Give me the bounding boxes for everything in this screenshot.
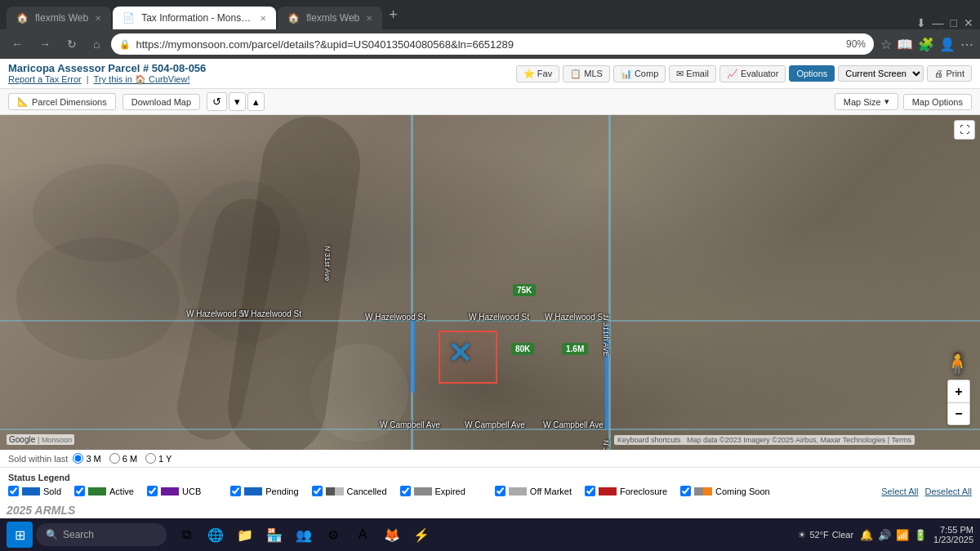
radio-6m[interactable]: 6 M (109, 453, 137, 464)
deselect-all-button[interactable]: Deselect All (925, 487, 972, 496)
select-all-button[interactable]: Select All (881, 487, 918, 496)
start-button[interactable]: ⊞ (7, 522, 33, 548)
close-window-icon[interactable]: ✕ (964, 16, 973, 29)
store-icon[interactable]: 🏪 (261, 522, 287, 548)
notification-icon[interactable]: 🔔 (860, 529, 873, 541)
map-options-button[interactable]: Map Options (903, 94, 972, 110)
print-button[interactable]: 🖨 Print (927, 65, 972, 82)
draw-down-button[interactable]: ▾ (229, 92, 246, 111)
fullscreen-button[interactable]: ⛶ (954, 120, 975, 140)
legend-check-expired[interactable] (400, 486, 411, 496)
forward-button[interactable]: → (34, 34, 56, 54)
zoom-in-button[interactable]: + (947, 380, 970, 402)
legend-item-foreclosure: Foreclosure (585, 486, 667, 496)
taskbar-clock[interactable]: 7:55 PM 1/23/2025 (933, 525, 973, 544)
price-tag-80k-top[interactable]: 80K (511, 343, 534, 355)
legend-label-comingsoon: Coming Soon (715, 487, 770, 496)
draw-up-button[interactable]: ▴ (247, 92, 265, 111)
tab-2[interactable]: 📄 Tax Information - Monsoon ✕ (113, 7, 276, 29)
legend-title: Status Legend (8, 473, 972, 482)
maximize-icon[interactable]: □ (951, 16, 957, 29)
legend-label-pending: Pending (265, 487, 298, 496)
date-display: 1/23/2025 (933, 535, 973, 544)
teams-icon[interactable]: 👥 (291, 522, 317, 548)
taskbar-sys-tray: 🔔 🔊 📶 🔋 (860, 529, 927, 541)
options-button[interactable]: Options (789, 65, 835, 82)
legend-check-foreclosure[interactable] (585, 486, 595, 496)
header-buttons: ⭐ Fav 📋 MLS 📊 Comp ✉ Email 📈 Evaluator O… (516, 65, 972, 82)
edge-icon[interactable]: 🌐 (203, 522, 229, 548)
tab-3[interactable]: 🏠 flexmls Web ✕ (278, 7, 382, 29)
map-container[interactable]: ✕ W Hazelwood St W Hazelwood St W Hazelw… (0, 115, 980, 450)
radio-1y[interactable]: 1 Y (145, 453, 172, 464)
mls-button[interactable]: 📋 MLS (563, 65, 610, 82)
street-label-campbell-3: W Campbell Ave (543, 420, 604, 429)
status-legend: Status Legend Sold Active UCB Pending (0, 467, 980, 501)
legend-check-ucb[interactable] (147, 486, 158, 496)
taskbar-weather: ☀ 52°F Clear (798, 530, 853, 540)
file-explorer-icon[interactable]: 📁 (232, 522, 258, 548)
minimize-icon[interactable]: — (933, 16, 944, 29)
price-tag-1-6m[interactable]: 1.6M (562, 343, 588, 355)
evaluator-button[interactable]: 📈 Evaluator (719, 65, 786, 82)
report-error-link[interactable]: Report a Tax Error (8, 74, 82, 84)
undo-draw-button[interactable]: ↺ (207, 92, 227, 111)
zoom-out-button[interactable]: − (947, 402, 970, 425)
address-bar[interactable]: 🔒 https://mymonsoon.com/parcel/details?&… (111, 33, 874, 55)
tab-1-close[interactable]: ✕ (95, 14, 101, 23)
screen-select[interactable]: Current Screen (838, 65, 924, 82)
fav-button[interactable]: ⭐ Fav (516, 65, 559, 82)
tab-2-close[interactable]: ✕ (260, 14, 266, 23)
radio-3m[interactable]: 3 M (73, 453, 100, 464)
profile-icon[interactable]: 👤 (939, 37, 956, 52)
tab-3-close[interactable]: ✕ (366, 14, 372, 23)
street-label-hazelwood-2: W Hazelwood St (241, 309, 301, 318)
battery-icon[interactable]: 🔋 (914, 529, 927, 541)
fav-icon[interactable]: ☆ (880, 37, 892, 52)
legend-item-ucb: UCB (147, 486, 201, 496)
tab-1[interactable]: 🏠 flexmls Web ✕ (7, 7, 111, 29)
email-button[interactable]: ✉ Email (669, 65, 716, 82)
volume-icon[interactable]: 🔊 (878, 529, 891, 541)
price-tag-75k[interactable]: 75K (513, 284, 536, 296)
legend-label-cancelled: Cancelled (347, 487, 387, 496)
firefox-icon[interactable]: 🦊 (379, 522, 405, 548)
evaluator-icon: 📈 (727, 69, 738, 78)
legend-check-active[interactable] (74, 486, 85, 496)
weather-temp: 52°F (809, 530, 828, 540)
parcel-dimensions-button[interactable]: 📐 Parcel Dimensions (8, 93, 116, 110)
legend-check-comingsoon[interactable] (680, 486, 691, 496)
home-button[interactable]: ⌂ (88, 34, 105, 54)
settings-icon[interactable]: ⚙ (320, 522, 346, 548)
extensions-icon[interactable]: 🧩 (918, 37, 934, 52)
street-view-person[interactable]: 🧍 (944, 351, 970, 376)
legend-check-sold[interactable] (8, 486, 19, 496)
curbview-link[interactable]: Try this in 🏠 CurbView! (94, 74, 190, 84)
collections-icon[interactable]: 📖 (897, 37, 913, 52)
road-blue-h (411, 319, 415, 393)
map-size-button[interactable]: Map Size ▾ (835, 93, 898, 110)
network-icon[interactable]: 📶 (896, 529, 909, 541)
new-tab-button[interactable]: + (384, 7, 403, 24)
n311-road (608, 115, 611, 450)
taskbar-search[interactable]: 🔍 Search (36, 523, 167, 546)
legend-check-cancelled[interactable] (312, 486, 323, 496)
fav-icon: ⭐ (523, 69, 535, 78)
comp-button[interactable]: 📊 Comp (613, 65, 666, 82)
legend-check-pending[interactable] (230, 486, 241, 496)
legend-check-offmarket[interactable] (495, 486, 506, 496)
amazon-icon[interactable]: A (350, 522, 376, 548)
map-data-text[interactable]: Keyboard shortcuts Map data ©2023 Imager… (614, 435, 915, 445)
legend-item-cancelled: Cancelled (312, 486, 387, 496)
back-button[interactable]: ← (7, 34, 28, 54)
options-group: Options Current Screen 🖨 Print (789, 65, 972, 82)
tab-list-icon[interactable]: ⬇ (916, 16, 926, 29)
app-icon-6[interactable]: ⚡ (408, 522, 434, 548)
task-view-button[interactable]: ⧉ (173, 522, 199, 548)
more-menu-icon[interactable]: ⋯ (960, 37, 973, 52)
reload-button[interactable]: ↻ (62, 34, 82, 54)
map-controls-right: Map Size ▾ Map Options (835, 93, 972, 110)
legend-label-active: Active (109, 487, 134, 496)
download-map-button[interactable]: Download Map (122, 94, 200, 110)
street-label-n311-top: N 311th AVE (602, 315, 610, 357)
